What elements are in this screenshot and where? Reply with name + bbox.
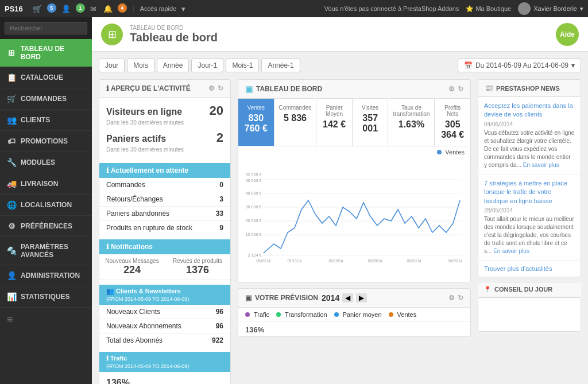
user-icon[interactable]: 👤 bbox=[61, 5, 71, 13]
cart-icon[interactable]: 🛒 bbox=[33, 5, 42, 13]
legend-label-trafic: Trafic bbox=[254, 311, 269, 318]
svg-text:50 000 €: 50 000 € bbox=[245, 178, 261, 183]
sidebar-item-promotions[interactable]: 🏷 PROMOTIONS bbox=[0, 131, 92, 152]
filter-annee1[interactable]: Année-1 bbox=[261, 59, 300, 72]
chart-legend: Ventes bbox=[238, 146, 470, 156]
attente-icon: ℹ bbox=[106, 166, 109, 174]
username: Xavier Borderie bbox=[533, 5, 577, 12]
svg-text:05/19/14: 05/19/14 bbox=[329, 259, 343, 263]
help-button[interactable]: Aide bbox=[556, 23, 579, 46]
svg-text:40 000 €: 40 000 € bbox=[245, 191, 261, 196]
carts-sub: Dans les 30 dernières minutes bbox=[106, 146, 223, 153]
modules-icon: 🔧 bbox=[7, 158, 16, 167]
kpi-row: Ventes 830 760 € Commandes 5 836 Panier … bbox=[238, 99, 470, 146]
news-icon: 📰 bbox=[485, 84, 493, 92]
news-panel: 📰 PRESTASHOP NEWS Acceptez les paiements… bbox=[478, 79, 581, 277]
sidebar-item-label: STATISTIQUES bbox=[21, 293, 70, 301]
chart-area: 52 355 € 50 000 € 40 000 € 30 000 € 20 0… bbox=[238, 156, 470, 282]
attente-row-retours: Retours/Échanges 3 bbox=[99, 192, 230, 207]
sidebar-item-statistiques[interactable]: 📊 STATISTIQUES bbox=[0, 286, 92, 308]
attente-row-rupture: Produits en rupture de stock 9 bbox=[99, 221, 230, 235]
trafic-header: ℹ Trafic (FROM 2014-05-09 TO 2014-06-09) bbox=[99, 352, 230, 372]
prev-next-btn[interactable]: ▶ bbox=[356, 293, 367, 302]
calendar-icon: 📅 bbox=[464, 61, 473, 69]
clients-newsletter-header: 👥 Clients & Newsletters (FROM 2014-05-09… bbox=[99, 285, 230, 305]
legend-label-transformation: Transformation bbox=[285, 311, 327, 318]
sidebar-item-label: PROMOTIONS bbox=[21, 137, 68, 145]
filter-jour1[interactable]: Jour-1 bbox=[191, 59, 223, 72]
conseil-header: 📍 CONSEIL DU JOUR bbox=[478, 282, 581, 297]
sidebar-item-localisation[interactable]: 🌐 LOCALISATION bbox=[0, 195, 92, 216]
kpi-label: Commandes bbox=[279, 104, 312, 111]
svg-text:30 000 €: 30 000 € bbox=[245, 204, 261, 210]
filter-mois[interactable]: Mois bbox=[127, 59, 154, 72]
right-column: 📰 PRESTASHOP NEWS Acceptez les paiements… bbox=[478, 79, 581, 384]
sidebar-item-modules[interactable]: 🔧 MODULES bbox=[0, 152, 92, 173]
tableau-refresh-icon[interactable]: ↻ bbox=[458, 85, 463, 93]
svg-text:2 124 €: 2 124 € bbox=[247, 253, 261, 258]
carts-label: Paniers actifs bbox=[106, 134, 166, 144]
news-item-0: Acceptez les paiements dans la devise de… bbox=[478, 97, 581, 174]
news-link-0[interactable]: En savoir plus bbox=[523, 162, 559, 168]
attente-label: Produits en rupture de stock bbox=[106, 224, 192, 232]
prev-prev-btn[interactable]: ◀ bbox=[342, 293, 353, 302]
sidebar-item-clients[interactable]: 👥 CLIENTS bbox=[0, 110, 92, 131]
sidebar-item-livraison[interactable]: 🚚 LIVRAISON bbox=[0, 173, 92, 195]
kpi-value: 5 836 bbox=[279, 113, 312, 123]
clients-icon: 👥 bbox=[106, 288, 114, 294]
notif-val: 224 bbox=[102, 264, 163, 276]
kpi-value: 357 001 bbox=[357, 113, 384, 134]
bell-icon[interactable]: 🔔 bbox=[103, 5, 113, 13]
svg-text:06/09/14: 06/09/14 bbox=[448, 259, 463, 263]
svg-text:05/25/14: 05/25/14 bbox=[368, 259, 382, 263]
date-range-picker[interactable]: 📅 Du 2014-05-09 Au 2014-06-09 ▾ bbox=[458, 59, 581, 72]
sidebar-item-administration[interactable]: 👤 ADMINISTRATION bbox=[0, 265, 92, 286]
kpi-visites[interactable]: Visites 357 001 bbox=[353, 99, 389, 146]
date-range-label: Du 2014-05-09 Au 2014-06-09 bbox=[475, 61, 568, 69]
mail-icon[interactable]: ✉ bbox=[90, 5, 96, 13]
kpi-commandes[interactable]: Commandes 5 836 bbox=[274, 99, 317, 146]
conseil-icon: 📍 bbox=[483, 286, 492, 293]
attente-val: 33 bbox=[216, 210, 223, 218]
tableau-gear-icon[interactable]: ⚙ bbox=[448, 85, 455, 93]
sidebar-item-parametres[interactable]: 🔩 PARAMÈTRES AVANCÉS bbox=[0, 237, 92, 265]
svg-text:05/31/14: 05/31/14 bbox=[407, 259, 421, 263]
conseil-title: CONSEIL DU JOUR bbox=[494, 286, 552, 293]
user-menu[interactable]: Xavier Borderie ▾ bbox=[518, 2, 583, 15]
legend-label-panier: Panier moyen bbox=[343, 311, 382, 318]
tableau-actions: ⚙ ↻ bbox=[448, 85, 463, 93]
sidebar-item-dashboard[interactable]: ⊞ TABLEAU DE BORD bbox=[0, 39, 92, 67]
sidebar-item-commandes[interactable]: 🛒 COMMANDES bbox=[0, 88, 92, 110]
news-title-1[interactable]: 7 stratégies à mettre en place lorsque l… bbox=[484, 179, 575, 205]
gear-icon[interactable]: ⚙ bbox=[208, 84, 215, 92]
kpi-taux[interactable]: Taux de transformation 1.63% bbox=[388, 99, 435, 146]
prevision-icon: ▣ bbox=[245, 294, 252, 302]
news-more-link[interactable]: Trouver plus d'actualités bbox=[478, 261, 581, 277]
dashboard-icon: ⊞ bbox=[7, 48, 16, 57]
header-subtitle: TABLEAU DE BORD bbox=[130, 25, 549, 31]
kpi-ventes[interactable]: Ventes 830 760 € bbox=[238, 99, 274, 146]
refresh-icon[interactable]: ↻ bbox=[218, 84, 223, 92]
filter-mois1[interactable]: Mois-1 bbox=[226, 59, 259, 72]
kpi-label: Ventes bbox=[243, 104, 269, 111]
filter-annee[interactable]: Année bbox=[157, 59, 189, 72]
news-link-1[interactable]: En savoir plus bbox=[493, 248, 529, 254]
sidebar-toggle[interactable]: ≡ bbox=[0, 308, 92, 331]
sidebar-item-catalogue[interactable]: 📋 CATALOGUE bbox=[0, 67, 92, 88]
user-dropdown-icon[interactable]: ▾ bbox=[580, 5, 583, 13]
kpi-panier[interactable]: Panier Moyen 142 € bbox=[316, 99, 353, 146]
dropdown-icon[interactable]: ▾ bbox=[181, 5, 185, 13]
notifications-header: ℹ Notifications bbox=[99, 239, 230, 254]
search-input[interactable] bbox=[5, 22, 87, 34]
prevision-header: ▣ VOTRE PRÉVISION 2014 ◀ ▶ ⚙ ↻ bbox=[238, 289, 470, 308]
prevision-gear-icon[interactable]: ⚙ bbox=[448, 294, 455, 302]
kpi-profits[interactable]: Profits Nets 305 364 € bbox=[435, 99, 470, 146]
prevision-refresh-icon[interactable]: ↻ bbox=[458, 294, 463, 302]
filter-jour[interactable]: Jour bbox=[99, 59, 125, 72]
ma-boutique-link[interactable]: ⭐ Ma Boutique bbox=[466, 5, 511, 13]
clients-val: 96 bbox=[216, 322, 223, 330]
notif-icon: ℹ bbox=[106, 243, 109, 251]
sidebar-item-preferences[interactable]: ⚙ PRÉFÉRENCES bbox=[0, 216, 92, 237]
quick-access-link[interactable]: Accès rapide bbox=[140, 5, 177, 12]
news-title-0[interactable]: Acceptez les paiements dans la devise de… bbox=[484, 102, 575, 119]
